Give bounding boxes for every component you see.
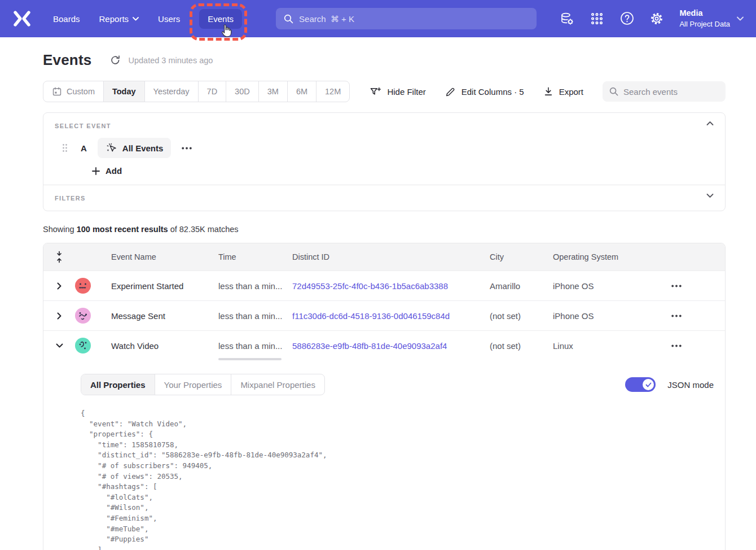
date-range-selector: Custom Today Yesterday 7D 30D 3M 6M 12M [43, 81, 350, 102]
event-selector-label: All Events [122, 143, 164, 153]
plus-icon [92, 167, 100, 175]
nav-item-users[interactable]: Users [158, 14, 180, 24]
column-header-operating-system[interactable]: Operating System [553, 252, 670, 261]
select-event-section: SELECT EVENT A All Events Add [43, 113, 725, 185]
date-range-custom[interactable]: Custom [43, 81, 104, 102]
hide-filter-button[interactable]: Hide Filter [370, 86, 425, 97]
cell-city: Amarillo [490, 281, 553, 291]
cell-event-name: Message Sent [111, 311, 218, 321]
event-avatar [75, 338, 91, 353]
event-selector-button[interactable]: All Events [98, 138, 172, 158]
cell-distinct-id-link[interactable]: 5886283e-e9fb-48fb-81de-40e9093a2af4 [292, 341, 490, 351]
column-header-city[interactable]: City [490, 252, 553, 261]
horizontal-scrollbar-thumb[interactable] [218, 358, 282, 360]
data-management-icon[interactable] [560, 11, 574, 26]
query-builder-card: SELECT EVENT A All Events Add F [43, 112, 726, 211]
pencil-icon [445, 86, 456, 97]
calendar-icon [52, 86, 62, 97]
ellipsis-icon [671, 315, 682, 317]
export-button[interactable]: Export [543, 86, 583, 97]
apps-grid-icon[interactable] [590, 11, 604, 26]
ellipsis-icon [671, 344, 682, 347]
json-mode-label: JSON mode [667, 380, 714, 390]
mixpanel-logo-icon[interactable] [12, 10, 32, 27]
date-range-30d[interactable]: 30D [226, 81, 259, 102]
cell-distinct-id-link[interactable]: 72d49553-25fc-4f0c-b436-1b5ac6ab3388 [292, 281, 490, 291]
search-events-field[interactable] [603, 81, 726, 102]
refresh-button[interactable] [110, 55, 121, 66]
cell-os: iPhone OS [553, 281, 670, 291]
updated-timestamp: Updated 3 minutes ago [128, 56, 213, 65]
nav-item-reports[interactable]: Reports [99, 14, 139, 24]
table-row-expanded[interactable]: Watch Video less than a min... 5886283e-… [43, 330, 725, 360]
edit-columns-label: Edit Columns · 5 [461, 87, 524, 97]
expand-collapse-all-icon[interactable] [55, 251, 63, 263]
date-range-yesterday[interactable]: Yesterday [145, 81, 199, 102]
global-search[interactable] [276, 8, 537, 29]
date-range-6m[interactable]: 6M [288, 81, 317, 102]
cell-os: Linux [553, 341, 670, 351]
search-events-input[interactable] [623, 87, 719, 97]
collapse-row-chevron-down-icon[interactable] [56, 343, 63, 348]
collapse-section-chevron-up-icon[interactable] [706, 121, 714, 126]
chevron-down-icon [737, 16, 744, 21]
cell-city: (not set) [490, 341, 553, 351]
chevron-down-icon [133, 17, 139, 21]
date-range-custom-label: Custom [67, 87, 95, 96]
edit-columns-button[interactable]: Edit Columns · 5 [445, 86, 524, 97]
event-detail-panel: All Properties Your Properties Mixpanel … [43, 360, 725, 550]
column-header-event-name[interactable]: Event Name [111, 252, 218, 261]
project-switcher[interactable]: Media All Project Data [679, 8, 744, 29]
date-range-7d[interactable]: 7D [199, 81, 227, 102]
cell-event-name: Watch Video [111, 341, 218, 351]
row-more-button[interactable] [670, 315, 682, 317]
column-header-time[interactable]: Time [218, 252, 292, 261]
tab-all-properties[interactable]: All Properties [81, 374, 155, 395]
properties-tabs: All Properties Your Properties Mixpanel … [81, 374, 325, 395]
project-name: Media [679, 8, 730, 19]
row-more-button[interactable] [670, 344, 682, 347]
toggle-knob-check-icon [643, 379, 654, 390]
event-avatar [75, 278, 91, 294]
cell-time: less than a min... [218, 341, 292, 351]
filters-title: FILTERS [55, 195, 714, 202]
column-header-distinct-id[interactable]: Distinct ID [292, 252, 490, 261]
expand-row-chevron-right-icon[interactable] [57, 312, 61, 320]
add-event-label: Add [106, 166, 122, 176]
results-summary: Showing 100 most recent results of 82.35… [43, 225, 726, 234]
add-event-button[interactable]: Add [92, 166, 122, 176]
hide-filter-label: Hide Filter [387, 87, 425, 97]
nav-item-reports-label: Reports [99, 14, 129, 24]
drag-handle-icon[interactable] [61, 143, 68, 152]
cell-time: less than a min... [218, 311, 292, 321]
results-summary-count: 100 most recent results [77, 225, 168, 234]
event-row-more-button[interactable] [182, 147, 192, 150]
nav-item-boards[interactable]: Boards [53, 14, 80, 24]
table-row[interactable]: Experiment Started less than a min... 72… [43, 270, 725, 300]
tab-mixpanel-properties[interactable]: Mixpanel Properties [231, 374, 324, 395]
cell-event-name: Experiment Started [111, 281, 218, 291]
date-range-12m[interactable]: 12M [317, 81, 349, 102]
events-table: Event Name Time Distinct ID City Operati… [43, 243, 726, 550]
expand-section-chevron-down-icon[interactable] [706, 193, 714, 198]
help-icon[interactable] [619, 11, 634, 26]
global-search-input[interactable] [299, 14, 529, 24]
cell-city: (not set) [490, 311, 553, 321]
search-icon [609, 87, 618, 96]
settings-gear-icon[interactable] [649, 11, 664, 26]
date-range-today[interactable]: Today [104, 81, 145, 102]
tab-your-properties[interactable]: Your Properties [155, 374, 232, 395]
table-header-row: Event Name Time Distinct ID City Operati… [43, 243, 725, 270]
project-scope: All Project Data [679, 19, 730, 29]
table-row[interactable]: Message Sent less than a min... f11c30d6… [43, 300, 725, 330]
json-mode-toggle[interactable] [625, 377, 656, 392]
filters-section: FILTERS [43, 185, 725, 211]
date-range-3m[interactable]: 3M [259, 81, 288, 102]
expand-row-chevron-right-icon[interactable] [57, 282, 61, 290]
cell-distinct-id-link[interactable]: f11c30d6-dc6d-4518-9136-0d046159c84d [292, 311, 490, 321]
nav-item-events[interactable]: Events [199, 9, 242, 29]
ellipsis-icon [671, 285, 682, 287]
row-more-button[interactable] [670, 285, 682, 287]
event-avatar [75, 308, 91, 324]
results-summary-suffix: of 82.35K matches [168, 225, 239, 234]
